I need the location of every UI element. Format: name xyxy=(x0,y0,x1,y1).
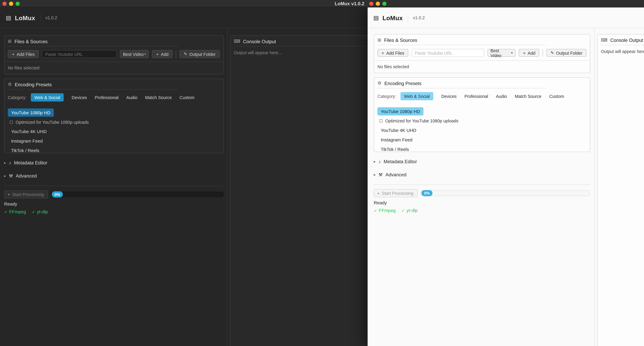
encoding-presets-panel: ⚙ Encoding Presets Category: Web & Socia… xyxy=(374,77,590,152)
files-sources-panel: ⊞ Files & Sources +Add Files Best Video▾… xyxy=(374,34,590,73)
category-tab-professional[interactable]: Professional xyxy=(464,92,488,100)
preset-item-selected[interactable]: YouTube 1080p HD xyxy=(378,107,424,116)
files-controls-row: +Add Files Best Video▾ +Add ✎Output Fold… xyxy=(374,45,590,57)
presets-panel-header: ⚙ Encoding Presets xyxy=(4,79,224,89)
category-tab-audio[interactable]: Audio xyxy=(126,93,137,102)
processing-rule xyxy=(4,186,224,186)
collapse-arrow-icon: ▸ xyxy=(4,161,6,165)
maximize-button[interactable] xyxy=(16,2,20,6)
no-files-text: No files selected xyxy=(4,62,224,74)
lomux-window-dark: ▤ LoMux v1.0.2 ⊞ Files & Sources +Add Fi… xyxy=(0,7,368,346)
preset-item-selected[interactable]: YouTube 1080p HD xyxy=(8,109,54,117)
check-icon: ✓ xyxy=(32,209,35,214)
minimize-button[interactable] xyxy=(376,2,380,6)
preset-item[interactable]: YouTube 4K UHD xyxy=(11,129,220,134)
play-icon: ▸ xyxy=(8,192,10,196)
category-tab-audio[interactable]: Audio xyxy=(496,92,507,100)
console-panel-title: Console Output xyxy=(243,39,276,44)
minimize-button[interactable] xyxy=(9,2,13,6)
plus-icon: + xyxy=(156,52,159,57)
collapse-arrow-icon: ▸ xyxy=(4,174,6,178)
maximize-button[interactable] xyxy=(382,2,386,6)
checkbox-icon[interactable]: ☐ xyxy=(10,120,13,124)
add-url-button[interactable]: +Add xyxy=(519,49,540,57)
chevron-down-icon: ▾ xyxy=(144,52,146,56)
quality-select[interactable]: Best Video▾ xyxy=(120,50,149,58)
category-tab-devices[interactable]: Devices xyxy=(72,93,87,102)
category-tab-match-source[interactable]: Match Source xyxy=(145,93,172,102)
category-tab-professional[interactable]: Professional xyxy=(95,93,118,102)
app-logo-icon: ▤ xyxy=(373,15,379,21)
metadata-editor-toggle[interactable]: ▸ ♪ Metadata Editor xyxy=(4,159,224,166)
category-row: Category: Web & Social Devices Professio… xyxy=(4,90,224,102)
preset-item[interactable]: TikTok / Reels xyxy=(381,147,586,152)
files-panel-header: ⊞ Files & Sources xyxy=(374,35,590,45)
processing-rule xyxy=(374,185,590,185)
metadata-editor-toggle[interactable]: ▸ ♪ Metadata Editor xyxy=(374,158,590,165)
header-divider xyxy=(408,14,408,21)
quality-select[interactable]: Best Video▾ xyxy=(488,49,516,57)
add-url-button[interactable]: +Add xyxy=(152,50,173,58)
console-placeholder: Output will appear here... xyxy=(598,45,644,58)
console-panel-header: ⌨ Console Output xyxy=(230,36,368,46)
preset-list: YouTube 1080p HD ☐Optimized for YouTube … xyxy=(374,100,590,152)
panel-divider xyxy=(594,28,595,346)
preset-item[interactable]: Instagram Feed xyxy=(11,139,220,144)
plus-icon: + xyxy=(12,52,14,57)
console-output-panel: ⌨ Console Output Output will appear here… xyxy=(597,34,644,346)
collapse-arrow-icon: ▸ xyxy=(374,173,376,177)
console-panel-title: Console Output xyxy=(610,38,643,43)
close-button[interactable] xyxy=(369,2,373,6)
processing-row: ▸Start Processing 0% xyxy=(374,189,590,197)
lomux-window-light: ▤ LoMux v1.0.2 ⊞ Files & Sources +Add Fi… xyxy=(368,7,644,346)
panel-divider xyxy=(227,28,228,346)
preset-list: YouTube 1080p HD ☐Optimized for YouTube … xyxy=(4,102,224,153)
left-column: ⊞ Files & Sources +Add Files Best Video▾… xyxy=(4,35,224,214)
console-placeholder: Output will appear here... xyxy=(230,46,368,59)
advanced-toggle[interactable]: ▸ ⚒ Advanced xyxy=(374,171,590,178)
preset-item[interactable]: YouTube 4K UHD xyxy=(381,128,586,133)
category-label: Category: xyxy=(378,94,396,99)
category-tab-web-social[interactable]: Web & Social xyxy=(400,92,434,100)
youtube-url-input[interactable] xyxy=(412,49,484,57)
advanced-toggle[interactable]: ▸ ⚒ Advanced xyxy=(4,172,224,180)
start-processing-button[interactable]: ▸Start Processing xyxy=(374,189,418,197)
play-icon: ▸ xyxy=(378,191,380,195)
pencil-icon: ✎ xyxy=(184,52,187,56)
window-controls-right xyxy=(369,2,386,6)
ytdlp-check: ✓yt-dlp xyxy=(402,208,418,213)
files-sources-panel: ⊞ Files & Sources +Add Files Best Video▾… xyxy=(4,35,224,74)
app-logo-icon: ▤ xyxy=(6,15,11,21)
close-button[interactable] xyxy=(2,2,6,6)
start-processing-button[interactable]: ▸Start Processing xyxy=(4,190,48,199)
titlebar: LoMux v1.0.2 xyxy=(0,0,644,7)
advanced-label: Advanced xyxy=(16,173,37,178)
chevron-down-icon: ▾ xyxy=(511,51,513,55)
no-files-text: No files selected xyxy=(374,61,590,72)
category-tab-web-social[interactable]: Web & Social xyxy=(30,93,64,102)
plus-icon: + xyxy=(523,50,526,55)
dependency-checks: ✓FFmpeg ✓yt-dlp xyxy=(374,208,590,213)
progress-percentage: 0% xyxy=(421,190,432,196)
category-tab-custom[interactable]: Custom xyxy=(180,93,194,102)
output-folder-button[interactable]: ✎Output Folder xyxy=(180,50,220,58)
output-folder-button[interactable]: ✎Output Folder xyxy=(546,49,586,57)
files-controls-row: +Add Files Best Video▾ +Add ✎Output Fold… xyxy=(4,46,224,58)
add-files-button[interactable]: +Add Files xyxy=(378,49,408,57)
youtube-url-input[interactable] xyxy=(42,50,117,58)
category-tab-match-source[interactable]: Match Source xyxy=(515,92,542,100)
category-tab-custom[interactable]: Custom xyxy=(549,92,564,100)
preset-item[interactable]: Instagram Feed xyxy=(381,137,586,142)
preset-description: ☐Optimized for YouTube 1080p uploads xyxy=(10,120,220,125)
files-panel-title: Files & Sources xyxy=(14,39,48,44)
preset-item[interactable]: TikTok / Reels xyxy=(11,148,220,153)
presets-panel-title: Encoding Presets xyxy=(384,81,422,86)
wrench-icon: ⚒ xyxy=(9,173,13,179)
category-row: Category: Web & Social Devices Professio… xyxy=(374,88,590,100)
left-column: ⊞ Files & Sources +Add Files Best Video▾… xyxy=(374,34,590,213)
checkbox-icon[interactable]: ☐ xyxy=(379,119,383,123)
app-version: v1.0.2 xyxy=(413,15,425,20)
category-tab-devices[interactable]: Devices xyxy=(441,92,457,100)
add-files-button[interactable]: +Add Files xyxy=(8,50,39,58)
console-icon: ⌨ xyxy=(601,37,607,43)
